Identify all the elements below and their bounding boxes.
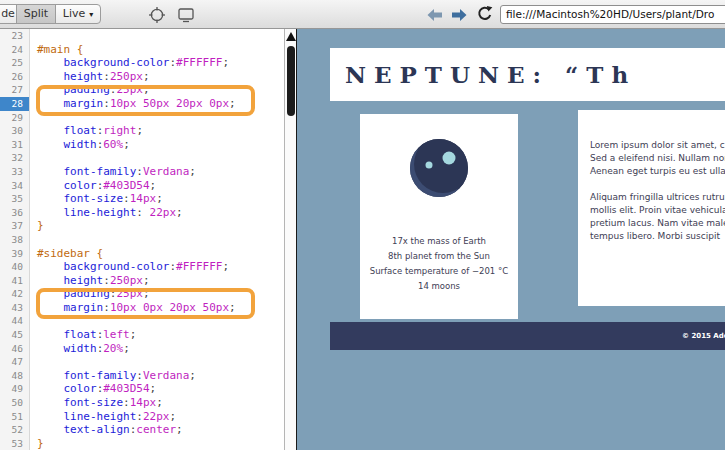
code-text: padding:25px; (30, 83, 150, 97)
planet-fact: 17x the mass of Earth (360, 234, 518, 249)
code-line[interactable]: 41 height:250px; (0, 274, 284, 288)
code-line[interactable]: 23 (0, 29, 284, 43)
line-number: 34 (0, 179, 30, 193)
line-number: 41 (0, 274, 30, 288)
code-line[interactable]: 35 font-size:14px; (0, 192, 284, 206)
code-text: #sidebar { (30, 247, 103, 261)
code-text: float:right; (30, 124, 143, 138)
planet-fact: 8th planet from the Sun (360, 249, 518, 264)
code-text: width:20%; (30, 342, 130, 356)
scroll-up-arrow-icon[interactable] (286, 32, 296, 41)
line-number: 50 (0, 396, 30, 410)
code-line[interactable]: 31 width:60%; (0, 138, 284, 152)
scrollbar-thumb[interactable] (287, 46, 295, 116)
line-number: 43 (0, 301, 30, 315)
lorem-line: mollis elit. Proin vitae vehicula (590, 204, 725, 217)
live-dropdown-icon[interactable]: ▾ (89, 10, 93, 19)
code-line[interactable]: 47 (0, 355, 284, 369)
code-line[interactable]: 48 font-family:Verdana; (0, 369, 284, 383)
address-bar[interactable]: file:///Macintosh%20HD/Users/plant/Dro (500, 5, 725, 24)
code-text: background-color:#FFFFFF; (30, 56, 229, 70)
refresh-icon[interactable] (476, 5, 494, 23)
code-line[interactable]: 27 padding:25px; (0, 83, 284, 97)
line-number: 39 (0, 247, 30, 261)
preview-page-title: NEPTUNE: “Th (330, 48, 725, 101)
forward-button[interactable] (451, 7, 467, 21)
code-text: font-family:Verdana; (30, 165, 196, 179)
toolbar: de Split Live▾ file:///Mac (0, 0, 725, 29)
code-line[interactable]: 38 (0, 233, 284, 247)
code-line[interactable]: 25 background-color:#FFFFFF; (0, 56, 284, 70)
code-text (30, 111, 37, 125)
code-text: line-height: 22px; (30, 206, 183, 220)
inspect-crosshair-icon[interactable] (148, 6, 166, 24)
preview-footer: © 2015 Adobe St (330, 322, 725, 350)
code-text: float:left; (30, 328, 136, 342)
line-number: 42 (0, 287, 30, 301)
live-view-button[interactable]: Live▾ (55, 4, 101, 24)
preview-header: NEPTUNE: “Th (330, 48, 725, 101)
lorem-line: tempus libero. Morbi suscipit (590, 230, 725, 243)
code-text (30, 355, 37, 369)
code-line[interactable]: 43 margin:10px 0px 20px 50px; (0, 301, 284, 315)
code-line[interactable]: 53} (0, 437, 284, 450)
code-text: height:250px; (30, 274, 150, 288)
lorem-paragraphs: Lorem ipsum dolor sit amet, cSed a eleif… (590, 139, 725, 243)
code-line[interactable]: 36 line-height: 22px; (0, 206, 284, 220)
code-text: color:#403D54; (30, 382, 156, 396)
code-text: } (30, 437, 44, 450)
line-number: 26 (0, 70, 30, 84)
code-line[interactable]: 30 float:right; (0, 124, 284, 138)
code-text: #main { (30, 43, 83, 57)
code-line[interactable]: 46 width:20%; (0, 342, 284, 356)
line-number: 48 (0, 369, 30, 383)
code-editor[interactable]: 2324#main {25 background-color:#FFFFFF;2… (0, 29, 284, 450)
code-line[interactable]: 49 color:#403D54; (0, 382, 284, 396)
code-text: line-height:22px; (30, 410, 176, 424)
line-number: 23 (0, 29, 30, 43)
code-line[interactable]: 33 font-family:Verdana; (0, 165, 284, 179)
lorem-line: Aliquam fringilla ultrices rutru (590, 191, 725, 204)
code-scrollbar[interactable] (284, 29, 297, 450)
code-line[interactable]: 24#main { (0, 43, 284, 57)
code-text: font-size:14px; (30, 192, 163, 206)
code-text: font-family:Verdana; (30, 369, 196, 383)
device-preview-icon[interactable] (177, 6, 195, 24)
code-text: width:60%; (30, 138, 130, 152)
code-line[interactable]: 37} (0, 219, 284, 233)
code-line[interactable]: 34 color:#403D54; (0, 179, 284, 193)
split-view-button[interactable]: Split (16, 4, 56, 24)
code-line[interactable]: 45 float:left; (0, 328, 284, 342)
line-number: 47 (0, 355, 30, 369)
code-line[interactable]: 44 (0, 314, 284, 328)
code-text: margin:10px 0px 20px 50px; (30, 301, 236, 315)
back-button[interactable] (427, 7, 443, 21)
line-number: 28 (0, 97, 30, 111)
code-line[interactable]: 50 font-size:14px; (0, 396, 284, 410)
code-line[interactable]: 42 padding:25px; (0, 287, 284, 301)
lorem-paragraph: Lorem ipsum dolor sit amet, cSed a eleif… (590, 139, 725, 178)
line-number: 36 (0, 206, 30, 220)
lorem-line: pretium lacus. Nam vitae male (590, 217, 725, 230)
lorem-line: Sed a eleifend nisi. Nullam non (590, 152, 725, 165)
line-number: 45 (0, 328, 30, 342)
live-view-label: Live (63, 7, 85, 20)
planet-facts-list: 17x the mass of Earth8th planet from the… (360, 234, 518, 294)
code-line[interactable]: 26 height:250px; (0, 70, 284, 84)
code-line[interactable]: 40 background-color:#FFFFFF; (0, 260, 284, 274)
line-number: 37 (0, 219, 30, 233)
line-number: 51 (0, 410, 30, 424)
code-line[interactable]: 52 text-align:center; (0, 423, 284, 437)
neptune-planet-icon (409, 138, 469, 198)
code-line[interactable]: 28 margin:10px 50px 20px 0px; (0, 97, 284, 111)
live-preview-pane[interactable]: NEPTUNE: “Th 17x the mass of Earth8th pl… (297, 29, 725, 450)
code-view-button[interactable]: de (0, 4, 17, 24)
code-line[interactable]: 39#sidebar { (0, 247, 284, 261)
code-text: } (30, 219, 44, 233)
code-text: color:#403D54; (30, 179, 156, 193)
code-line[interactable]: 32 (0, 151, 284, 165)
code-line[interactable]: 51 line-height:22px; (0, 410, 284, 424)
preview-sidebar-card: 17x the mass of Earth8th planet from the… (360, 114, 518, 319)
code-line[interactable]: 29 (0, 111, 284, 125)
line-number: 38 (0, 233, 30, 247)
